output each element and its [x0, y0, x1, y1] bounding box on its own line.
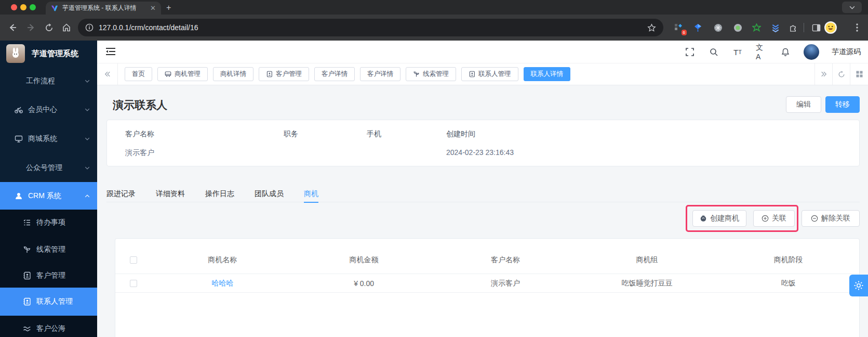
tab-team-members[interactable]: 团队成员 [255, 186, 284, 202]
toolbar-divider [804, 23, 804, 32]
logo-row[interactable]: 芋道管理系统 [0, 41, 97, 67]
favicon [51, 5, 58, 12]
site-info-icon[interactable] [85, 23, 94, 32]
contact-info-card: 客户名称 职务 手机 创建时间 演示客户 2024-02-23 23:16:43 [106, 120, 860, 166]
profile-avatar-icon[interactable] [824, 21, 837, 34]
tag-customer-manage[interactable]: 客户管理 [259, 67, 309, 81]
bookmark-star-icon[interactable] [647, 23, 656, 32]
username[interactable]: 芋道源码 [832, 47, 861, 57]
notification-bell-icon[interactable] [780, 46, 791, 58]
tab-detail-info[interactable]: 详细资料 [156, 186, 185, 202]
unlink-button[interactable]: 解除关联 [802, 210, 860, 227]
pagination-wrap: 共 1 条 10条/页 1 前 [115, 293, 859, 337]
clue-icon [23, 245, 31, 254]
row-checkbox[interactable] [130, 280, 137, 287]
sidebar-item-mall-system[interactable]: 商城系统 [0, 124, 97, 153]
reload-icon[interactable] [43, 21, 55, 34]
sidebar-item-customer[interactable]: 客户管理 [0, 263, 97, 288]
new-tab-button[interactable]: + [166, 2, 171, 14]
link-button[interactable]: 关联 [753, 210, 795, 227]
edit-button[interactable]: 编辑 [786, 96, 821, 113]
sidebar-item-member-center[interactable]: 会员中心 [0, 95, 97, 124]
crm-submenu: 待办事项 线索管理 客户管理 联系人管理 客户公海 [0, 210, 97, 337]
app-logo-rabbit-image [6, 44, 25, 63]
green-dot-extension-icon[interactable] [732, 22, 743, 33]
create-business-button[interactable]: 创建商机 [692, 210, 746, 227]
column-customer-name: 客户名称 [435, 255, 576, 265]
browser-tab[interactable]: 芋道管理系统 - 联系人详情 ✕ [46, 2, 161, 15]
close-window-button[interactable] [11, 4, 17, 10]
contact-book-icon [266, 71, 273, 77]
tab-business[interactable]: 商机 [304, 186, 318, 202]
chrome-menu-kebab-icon[interactable] [852, 22, 862, 33]
url-text: 127.0.0.1/crm/contact/detail/16 [99, 23, 642, 32]
sidebar-item-crm-system[interactable]: CRM 系统 [0, 182, 97, 210]
chevron-down-icon [85, 108, 90, 111]
font-size-icon[interactable]: TT [732, 46, 743, 58]
business-name-link[interactable]: 哈哈哈 [152, 279, 293, 288]
blue-pin-extension-icon[interactable] [692, 22, 703, 33]
sidebar-item-todo[interactable]: 待办事项 [0, 210, 97, 236]
back-icon[interactable] [6, 21, 19, 34]
refresh-tag-icon[interactable] [832, 63, 850, 85]
sidebar-item-contact[interactable]: 联系人管理 [0, 288, 97, 316]
opportunity-icon [700, 215, 707, 222]
side-panel-icon[interactable] [811, 22, 821, 33]
browser-tab-title: 芋道管理系统 - 联系人详情 [62, 4, 146, 12]
gray-circle-extension-icon[interactable] [713, 22, 723, 33]
green-star-extension-icon[interactable] [751, 22, 762, 33]
transfer-button[interactable]: 转移 [825, 96, 860, 113]
extensions-puzzle-icon[interactable] [788, 22, 798, 33]
extension-badge: 6 [682, 30, 687, 35]
tab-operation-log[interactable]: 操作日志 [205, 186, 234, 202]
sidebar-item-customer-pool[interactable]: 客户公海 [0, 316, 97, 337]
home-icon[interactable] [60, 21, 73, 34]
sidebar-item-workflow[interactable]: 工作流程 [0, 67, 97, 95]
tag-clue-manage[interactable]: 线索管理 [406, 67, 456, 81]
fullscreen-icon[interactable] [684, 46, 696, 58]
close-tab-icon[interactable]: ✕ [150, 4, 156, 12]
business-table-card: 商机名称 商机金额 客户名称 商机组 商机阶段 哈哈哈 ¥ 0.00 演示客户 … [115, 238, 860, 337]
business-stage-cell: 吃饭 [718, 279, 859, 288]
tag-contact-detail[interactable]: 联系人详情 [524, 67, 571, 81]
column-business-group: 商机组 [576, 255, 717, 265]
blue-chevrons-extension-icon[interactable] [770, 22, 781, 33]
sea-icon [23, 325, 31, 333]
tab-search-chevron[interactable] [842, 2, 862, 13]
zoom-window-button[interactable] [30, 4, 36, 10]
sidebar-item-label: 工作流程 [26, 76, 55, 86]
tag-home[interactable]: 首页 [125, 67, 152, 81]
table-row: 哈哈哈 ¥ 0.00 演示客户 吃饭睡觉打豆豆 吃饭 [115, 274, 859, 293]
sidebar-item-clue[interactable]: 线索管理 [0, 236, 97, 263]
clue-icon [413, 71, 420, 77]
tag-customer-detail[interactable]: 客户详情 [314, 67, 355, 81]
column-business-amount: 商机金额 [293, 255, 434, 265]
user-avatar[interactable] [804, 44, 819, 60]
sidebar-item-official-account[interactable]: 公众号管理 [0, 153, 97, 182]
app-topbar: TT 文A 芋道源码 [97, 41, 868, 63]
fold-menu-icon[interactable] [105, 47, 116, 56]
search-icon[interactable] [708, 46, 719, 58]
chevron-down-icon [85, 137, 90, 140]
tab-follow-records[interactable]: 跟进记录 [106, 186, 136, 202]
tag-business-manage[interactable]: 商机管理 [157, 67, 208, 81]
tag-customer-detail-2[interactable]: 客户详情 [360, 67, 400, 81]
minimize-window-button[interactable] [20, 4, 26, 10]
scroll-tags-left-icon[interactable] [97, 63, 118, 85]
sidebar-item-label: 客户管理 [36, 271, 65, 280]
extension-with-badge-icon[interactable]: 6 [673, 22, 684, 33]
language-icon[interactable]: 文A [756, 46, 767, 58]
settings-gear-button[interactable] [849, 275, 868, 296]
sidebar-item-label: 公众号管理 [26, 163, 62, 173]
tag-layout-grid-icon[interactable] [850, 63, 868, 85]
business-group-cell: 吃饭睡觉打豆豆 [576, 279, 717, 288]
forward-icon[interactable] [25, 21, 37, 34]
tag-contact-manage[interactable]: 联系人管理 [461, 67, 518, 81]
tag-business-detail[interactable]: 商机详情 [213, 67, 253, 81]
business-amount-cell: ¥ 0.00 [293, 279, 434, 288]
sidebar-item-label: 待办事项 [36, 218, 65, 227]
url-bar[interactable]: 127.0.0.1/crm/contact/detail/16 [78, 19, 663, 36]
mall-icon [15, 135, 23, 143]
select-all-checkbox[interactable] [130, 256, 137, 264]
scroll-tags-right-icon[interactable] [814, 63, 832, 85]
